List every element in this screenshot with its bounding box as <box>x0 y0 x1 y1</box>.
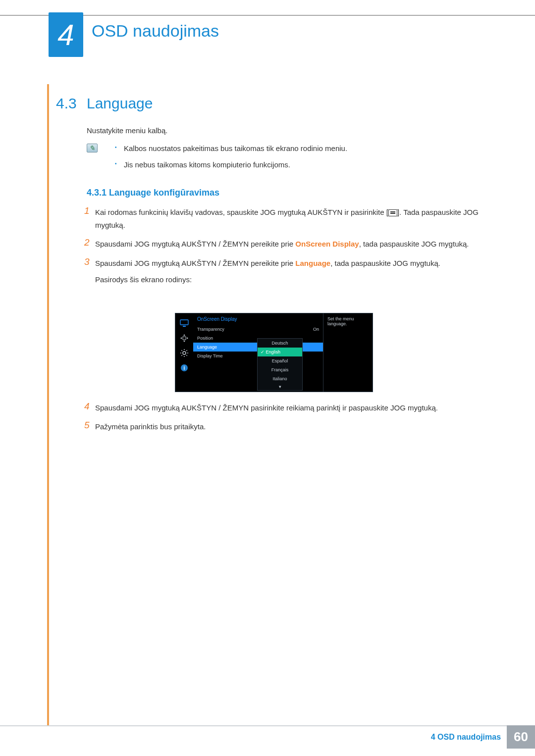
osd-hint: Set the menu language. <box>323 313 373 392</box>
step-text: Spausdami JOG mygtuką AUKŠTYN / ŽEMYN pe… <box>95 259 295 267</box>
step-number: 1 <box>84 205 95 231</box>
osd-option: Italiano <box>258 374 302 383</box>
intro-text: Nustatykite meniu kalbą. <box>87 126 167 135</box>
step-highlight: OnScreen Display <box>295 240 359 248</box>
step: 2 Spausdami JOG mygtuką AUKŠTYN / ŽEMYN … <box>84 237 490 251</box>
note-item: Jis nebus taikomas kitoms kompiuterio fu… <box>115 159 347 170</box>
svg-text:i: i <box>184 365 185 371</box>
chevron-down-icon: ▾ <box>258 383 302 390</box>
osd-item-label: Transparency <box>197 327 313 332</box>
note-item: Kalbos nuostatos pakeitimas bus taikomas… <box>115 143 347 153</box>
chapter-number: 4 <box>57 18 74 52</box>
svg-point-3 <box>183 352 186 354</box>
subsection-title: 4.3.1 Language konfigūravimas <box>87 188 219 198</box>
osd-option: Español <box>258 356 302 365</box>
note-list: Kalbos nuostatos pakeitimas bus taikomas… <box>115 143 347 176</box>
step: 1 Kai rodomas funkcinių klavišų vadovas,… <box>84 205 490 231</box>
step-text: Spausdami JOG mygtuką AUKŠTYN / ŽEMYN pe… <box>95 240 295 248</box>
step-highlight: Language <box>295 259 330 267</box>
page-number: 60 <box>507 725 535 749</box>
osd-option-selected: English <box>258 348 302 356</box>
step-text: , tada paspauskite JOG mygtuką. <box>359 240 469 248</box>
osd-item-value: On <box>313 327 319 332</box>
osd-menu-figure: i OnScreen Display Transparency On Posit… <box>175 313 373 392</box>
step-number: 5 <box>84 420 95 433</box>
info-icon: i <box>179 363 189 373</box>
step: 4 Spausdami JOG mygtuką AUKŠTYN / ŽEMYN … <box>84 401 490 414</box>
step-number: 4 <box>84 401 95 414</box>
step: 5 Pažymėta parinktis bus pritaikyta. <box>84 420 490 433</box>
osd-sidebar: i <box>175 313 193 392</box>
step-body: Spausdami JOG mygtuką AUKŠTYN / ŽEMYN pa… <box>95 401 438 414</box>
vertical-accent <box>47 84 49 726</box>
osd-option: Français <box>258 365 302 374</box>
monitor-icon <box>179 318 189 328</box>
footer: 4 OSD naudojimas 60 <box>431 725 535 749</box>
osd-row: Transparency On <box>193 325 323 334</box>
step-text: Kai rodomas funkcinių klavišų vadovas, s… <box>95 208 388 216</box>
osd-submenu: Deutsch English Español Français Italian… <box>257 338 303 391</box>
svg-rect-1 <box>183 326 186 327</box>
step-body: Pažymėta parinktis bus pritaikyta. <box>95 420 206 433</box>
step-body: Kai rodomas funkcinių klavišų vadovas, s… <box>95 205 490 231</box>
move-icon <box>179 333 189 343</box>
svg-rect-2 <box>183 337 186 340</box>
svg-rect-0 <box>180 320 188 325</box>
step-text: Pasirodys šis ekrano rodinys: <box>95 275 192 284</box>
menu-icon <box>388 209 397 216</box>
osd-header: OnScreen Display <box>193 313 323 325</box>
step: 3 Spausdami JOG mygtuką AUKŠTYN / ŽEMYN … <box>84 256 490 286</box>
section-number: 4.3 <box>56 95 77 112</box>
step-text: , tada paspauskite JOG mygtuką. <box>330 259 440 267</box>
note-icon: ✎ <box>87 144 98 152</box>
footer-text: 4 OSD naudojimas <box>431 733 501 742</box>
section-title: Language <box>87 95 153 112</box>
step-body: Spausdami JOG mygtuką AUKŠTYN / ŽEMYN pe… <box>95 256 440 286</box>
chapter-tab: 4 <box>49 12 83 57</box>
osd-option: Deutsch <box>258 339 302 348</box>
chapter-title: OSD naudojimas <box>92 21 219 41</box>
step-number: 3 <box>84 256 95 286</box>
step-number: 2 <box>84 237 95 251</box>
gear-icon <box>179 348 189 358</box>
step-body: Spausdami JOG mygtuką AUKŠTYN / ŽEMYN pe… <box>95 237 469 251</box>
